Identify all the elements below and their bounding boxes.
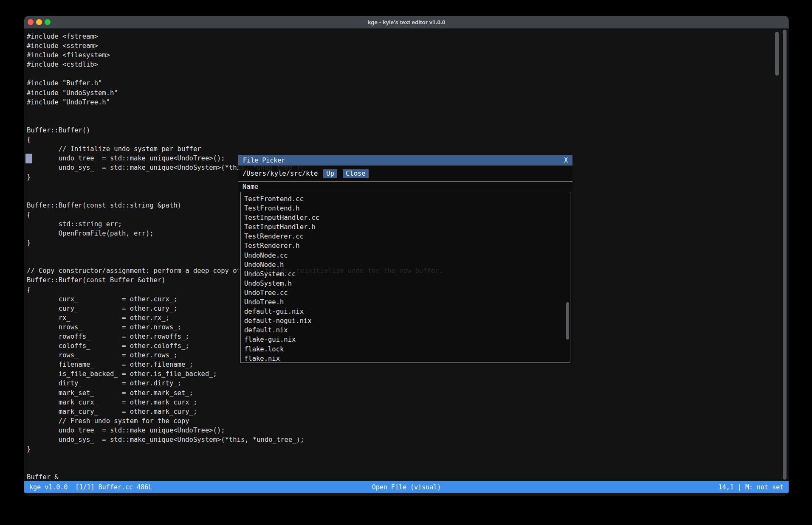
status-mode: Open File (visual) (281, 483, 532, 491)
editor-scrollbar-thumb[interactable] (775, 32, 779, 76)
file-list-scrollbar-thumb[interactable] (566, 302, 569, 340)
file-list-item[interactable]: flake.nix (244, 354, 570, 363)
code-line: // Initialize undo system per buffer (27, 144, 789, 154)
name-column-header: Name (238, 182, 572, 192)
file-list-item[interactable]: TestRenderer.h (244, 241, 570, 250)
status-file-info: kge v1.0.0 [1/1] Buffer.cc 486L (29, 483, 281, 491)
file-list-item[interactable]: UndoNode.cc (244, 251, 570, 260)
code-line: #include "Buffer.h" (27, 79, 789, 88)
file-list-item[interactable]: default-nogui.nix (244, 316, 570, 326)
window-titlebar[interactable]: kge - kyle's text editor v1.0.0 (24, 16, 789, 28)
code-line: { (27, 135, 789, 144)
code-line: Buffer & (27, 472, 789, 481)
code-line: #include <fstream> (27, 32, 789, 41)
file-list-item[interactable]: TestFrontend.cc (244, 194, 570, 204)
minimize-window-button[interactable] (36, 19, 42, 25)
editor-scrollbar-track[interactable] (783, 30, 787, 480)
file-list[interactable]: TestFrontend.ccTestFrontend.hTestInputHa… (240, 192, 570, 363)
window-title: kge - kyle's text editor v1.0.0 (368, 19, 445, 25)
current-path: /Users/kyle/src/kte (242, 170, 318, 177)
code-line: Buffer::Buffer() (27, 126, 789, 135)
file-list-item[interactable]: TestInputHandler.cc (244, 213, 570, 222)
code-line: is_file_backed_ = other.is_file_backed_; (27, 369, 789, 379)
file-list-item[interactable]: UndoNode.h (244, 260, 570, 270)
file-list-item[interactable]: flake.lock (244, 345, 570, 354)
code-line: // Fresh undo system for the copy (27, 416, 789, 426)
code-line: mark_set_ = other.mark_set_; (27, 388, 789, 398)
up-button[interactable]: Up (323, 169, 337, 178)
file-picker-path-row: /Users/kyle/src/kte Up Close (238, 166, 572, 181)
code-line (27, 463, 789, 472)
file-list-item[interactable]: TestRenderer.cc (244, 232, 570, 241)
file-list-item[interactable]: UndoTree.cc (244, 288, 570, 298)
file-list-item[interactable]: UndoTree.h (244, 298, 570, 307)
file-picker-title: File Picker (243, 157, 285, 164)
text-cursor (25, 154, 32, 163)
code-line: #include <filesystem> (27, 51, 789, 60)
code-line (27, 454, 789, 463)
zoom-window-button[interactable] (45, 19, 51, 25)
code-line: dirty_ = other.dirty_; (27, 379, 789, 388)
code-line: undo_tree_ = std::make_unique<UndoTree>(… (27, 426, 789, 435)
code-line: #include <sstream> (27, 41, 789, 51)
code-line: #include <cstdlib> (27, 60, 789, 69)
file-picker-dialog: File Picker X /Users/kyle/src/kte Up Clo… (238, 155, 572, 364)
file-list-item[interactable]: default.nix (244, 326, 570, 335)
code-line: #include "UndoTree.h" (27, 98, 789, 107)
close-button[interactable]: Close (343, 169, 369, 178)
close-window-button[interactable] (28, 19, 34, 25)
code-line (27, 116, 789, 126)
file-list-item[interactable]: default-gui.nix (244, 307, 570, 316)
code-line: mark_cury_ = other.mark_cury_; (27, 407, 789, 416)
file-list-item[interactable]: UndoSystem.cc (244, 270, 570, 279)
file-list-item[interactable]: flake-gui.nix (244, 335, 570, 344)
status-bar: kge v1.0.0 [1/1] Buffer.cc 486L Open Fil… (24, 481, 789, 493)
code-line (27, 69, 789, 79)
file-picker-titlebar[interactable]: File Picker X (238, 155, 572, 166)
code-line: #include "UndoSystem.h" (27, 88, 789, 98)
close-icon[interactable]: X (564, 157, 568, 164)
file-list-item[interactable]: TestInputHandler.h (244, 222, 570, 232)
editor-window: kge - kyle's text editor v1.0.0 #include… (24, 16, 789, 496)
code-line (27, 107, 789, 116)
code-line: mark_curx_ = other.mark_curx_; (27, 398, 789, 407)
file-list-item[interactable]: UndoSystem.h (244, 279, 570, 288)
code-line: } (27, 444, 789, 454)
status-cursor-position: 14,1 | M: not set (532, 483, 784, 491)
file-list-item[interactable]: TestFrontend.h (244, 204, 570, 213)
code-line: undo_sys_ = std::make_unique<UndoSystem>… (27, 435, 789, 444)
